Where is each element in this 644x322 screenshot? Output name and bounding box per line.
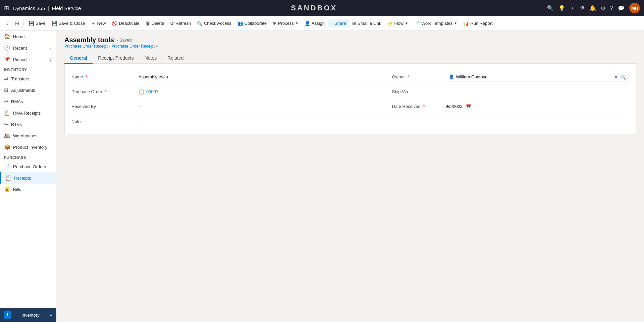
run-report-button[interactable]: 📊 Run Report (461, 19, 495, 27)
breadcrumb: Purchase Order Receipt · Purchase Order … (64, 44, 636, 49)
owner-search-icon[interactable]: 🔍 (620, 74, 626, 80)
note-label: Note (71, 116, 139, 127)
form-divider-2 (384, 84, 384, 99)
new-button[interactable]: ＋ New (88, 19, 108, 28)
delete-icon: 🗑 (146, 21, 150, 26)
word-templates-button[interactable]: 📄 Word Templates ▼ (412, 19, 460, 27)
tabs: General Receipt Products Notes Related (64, 53, 636, 64)
name-required: * (86, 74, 87, 79)
transfers-icon: ⇄ (4, 76, 8, 82)
sidebar-item-label: RMA Receipts (13, 111, 41, 116)
owner-clear-icon[interactable]: ✕ (614, 74, 618, 80)
recent-icon: 🕐 (4, 45, 10, 51)
filter-icon[interactable]: ⚗ (580, 5, 585, 11)
sidebar-item-purchase-orders[interactable]: 📄 Purchase Orders (0, 161, 56, 172)
tab-general[interactable]: General (64, 53, 93, 64)
form-divider-4 (384, 114, 384, 129)
pinned-icon: 📌 (4, 56, 10, 62)
assign-button[interactable]: 👤 Assign (302, 19, 327, 27)
sidebar-item-rtvs[interactable]: ↪ RTVs (0, 119, 56, 130)
sidebar-item-transfers[interactable]: ⇄ Transfers (0, 73, 56, 84)
page-status: - Saved (117, 38, 132, 43)
home-icon: 🏠 (4, 34, 10, 40)
sidebar-bottom-chevron-icon: ⋄ (50, 313, 52, 318)
delete-button[interactable]: 🗑 Delete (143, 19, 167, 27)
help-icon[interactable]: ? (610, 5, 613, 11)
email-link-button[interactable]: ✉ Email a Link (350, 19, 384, 27)
sidebar-item-recent[interactable]: 🕐 Recent ∨ (0, 42, 56, 54)
sandbox-label: SANDBOX (81, 4, 547, 12)
sidebar-section-purchase: Purchase (0, 153, 56, 161)
tab-related[interactable]: Related (162, 53, 189, 64)
po-required: * (105, 89, 106, 94)
breadcrumb-link-1[interactable]: Purchase Order Receipt (64, 44, 108, 49)
chat-icon[interactable]: 💬 (618, 5, 625, 11)
sidebar-item-product-inventory[interactable]: 📦 Product Inventory (0, 141, 56, 153)
owner-field[interactable]: 👤 William Contoso ✕ 🔍 (446, 73, 629, 81)
tab-receipt-products[interactable]: Receipt Products (93, 53, 139, 64)
check-access-button[interactable]: 🔍 Check Access (194, 19, 234, 27)
calendar-icon[interactable]: 📅 (465, 104, 472, 110)
recent-expand-icon: ∨ (49, 46, 52, 50)
owner-required: * (407, 74, 409, 79)
sidebar-bottom[interactable]: I Inventory ⋄ (0, 308, 56, 322)
word-templates-icon: 📄 (414, 21, 420, 26)
pinned-expand-icon: ∨ (49, 57, 52, 62)
waffle-icon[interactable]: ⊞ (4, 4, 9, 12)
process-icon: ⊞ (273, 21, 277, 26)
sidebar-item-pinned[interactable]: 📌 Pinned ∨ (0, 54, 56, 65)
settings-icon[interactable]: ⚙ (601, 5, 605, 11)
save-button[interactable]: 💾 Save (26, 19, 48, 27)
sidebar-item-warehouses[interactable]: 🏭 Warehouses (0, 130, 56, 141)
sidebar-item-rma-receipts[interactable]: 📋 RMA Receipts (0, 107, 56, 119)
share-button[interactable]: ↑ Share (328, 19, 349, 27)
sidebar-item-receipts[interactable]: 📋 Receipts (0, 172, 56, 184)
process-button[interactable]: ⊞ Process ▼ (270, 19, 301, 27)
back-button[interactable]: ‹ (3, 19, 12, 28)
collaborate-icon: 👥 (237, 21, 243, 26)
breadcrumb-link-2[interactable]: Purchase Order Receipt (111, 44, 155, 49)
add-icon[interactable]: ＋ (570, 5, 575, 12)
owner-person-icon: 👤 (449, 74, 454, 79)
refresh-button[interactable]: ↺ Refresh (167, 19, 194, 27)
top-bar-icons: 🔍 💡 ＋ ⚗ 🔔 ⚙ ? 💬 MH (547, 3, 640, 13)
toolbar: ‹ ⊟ 💾 Save 💾 Save & Close ＋ New 🚫 Deacti… (0, 16, 644, 31)
name-value: Assembly tools (139, 71, 376, 83)
deactivate-icon: 🚫 (112, 21, 117, 26)
sidebar-item-home[interactable]: 🏠 Home (0, 31, 56, 42)
sidebar-item-adjustments[interactable]: ⊞ Adjustments (0, 84, 56, 96)
tab-notes[interactable]: Notes (139, 53, 162, 64)
check-access-icon: 🔍 (197, 21, 203, 26)
sidebar-bottom-icon: I (4, 311, 11, 319)
adjustments-icon: ⊞ (4, 87, 8, 93)
sidebar-item-rmas[interactable]: ↩ RMAs (0, 96, 56, 107)
po-value[interactable]: 📋 00007 (139, 86, 376, 98)
date-received-value: 9/5/2022 📅 (446, 104, 629, 110)
lightbulb-icon[interactable]: 💡 (558, 5, 565, 11)
breadcrumb-dropdown-icon[interactable]: ▾ (156, 44, 158, 49)
breadcrumb-separator: · (109, 44, 110, 49)
brand-name[interactable]: Dynamics 365 (13, 5, 45, 11)
search-icon[interactable]: 🔍 (547, 5, 554, 11)
avatar[interactable]: MH (629, 3, 640, 13)
po-label: Purchase Order * (71, 86, 139, 98)
flow-button[interactable]: ⚡ Flow ▼ (385, 19, 411, 27)
bell-icon[interactable]: 🔔 (589, 5, 596, 11)
deactivate-button[interactable]: 🚫 Deactivate (109, 19, 142, 27)
form-divider-3 (384, 99, 384, 114)
sidebar-bottom-label: Inventory (21, 313, 39, 318)
form-row-note: Note --- (71, 114, 629, 129)
top-bar: ⊞ Dynamics 365 | Field Service SANDBOX 🔍… (0, 0, 644, 16)
word-templates-chevron-icon: ▼ (454, 21, 457, 25)
module-title: Field Service (52, 5, 81, 11)
received-by-label: Received By (71, 101, 139, 112)
collaborate-button[interactable]: 👥 Collaborate (235, 19, 270, 27)
save-close-button[interactable]: 💾 Save & Close (49, 19, 88, 27)
form-row-receivedby-date: Received By --- Date Received * 9/5/2022… (71, 99, 629, 114)
note-value: --- (139, 116, 376, 127)
sidebar-item-label: Receipts (14, 176, 31, 181)
receipts-icon: 📋 (5, 175, 11, 181)
sidebar-item-bills[interactable]: 💰 Bills (0, 184, 56, 195)
record-nav-button[interactable]: ⊟ (12, 19, 21, 28)
rmas-icon: ↩ (4, 99, 8, 105)
